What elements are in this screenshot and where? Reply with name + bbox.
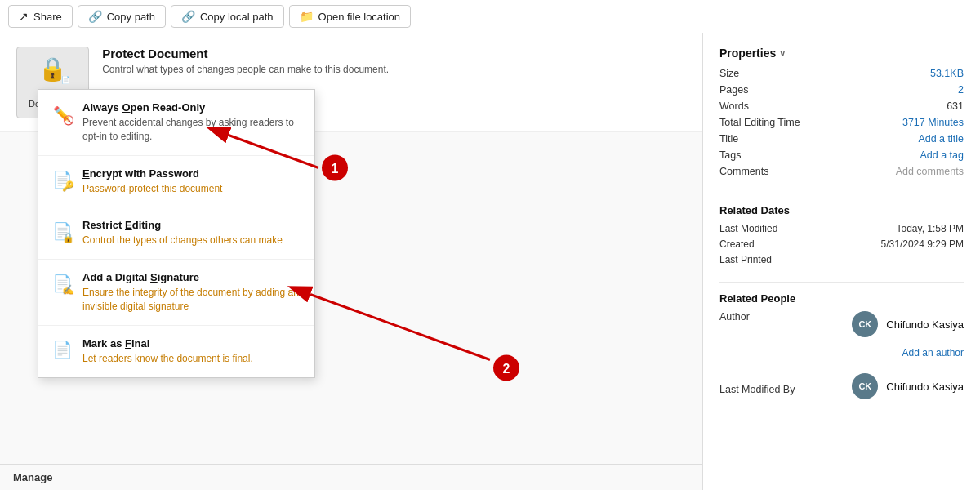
protect-document-info: Protect Document Control what types of c… (102, 47, 389, 75)
divider-dates (719, 194, 964, 194)
share-icon: ↗ (19, 10, 29, 23)
menu-item-encrypt-with-password[interactable]: 📄 🔑 Encrypt with Password Password-prote… (38, 156, 314, 208)
add-author-link[interactable]: Add an author (902, 347, 964, 359)
svg-point-6 (493, 355, 519, 381)
toolbar: ↗ Share 🔗 Copy path 🔗 Copy local path 📁 … (0, 0, 980, 33)
props-row-title: Title Add a title (719, 133, 964, 145)
divider-people (719, 282, 964, 283)
open-file-location-button[interactable]: 📁 Open file location (289, 5, 411, 28)
author-person-row: CK Chifundo Kasiya (852, 311, 964, 337)
props-row-pages: Pages 2 (719, 84, 964, 96)
author-avatar: CK (852, 311, 878, 337)
always-open-read-only-icon: ✏️ 🚫 (51, 103, 73, 124)
copy-path-button[interactable]: 🔗 Copy path (78, 5, 166, 28)
props-row-size: Size 53.1KB (719, 68, 964, 79)
protect-document-icon: 🔒 📄 (38, 56, 67, 82)
share-button[interactable]: ↗ Share (8, 5, 73, 28)
properties-title: Properties ∨ (719, 47, 964, 60)
left-panel: 🔒 📄 ProtectDocument ▾ Protect Document C… (0, 33, 702, 490)
restrict-editing-text: Restrict Editing Control the types of ch… (82, 219, 283, 247)
props-row-words: Words 631 (719, 100, 964, 112)
mark-as-final-text: Mark as Final Let readers know the docum… (82, 337, 253, 366)
digital-signature-icon: 📄 ✍️ (51, 273, 73, 294)
date-row-last-modified: Last Modified Today, 1:58 PM (719, 223, 964, 234)
svg-point-3 (322, 155, 348, 181)
props-row-editing-time: Total Editing Time 3717 Minutes (719, 117, 964, 128)
properties-caret[interactable]: ∨ (779, 48, 786, 59)
props-row-tags: Tags Add a tag (719, 149, 964, 161)
properties-section: Properties ∨ Size 53.1KB Pages 2 Words 6… (719, 47, 964, 177)
encrypt-password-text: Encrypt with Password Password-protect t… (82, 167, 222, 196)
date-row-created: Created 5/31/2024 9:29 PM (719, 238, 964, 250)
props-row-comments: Comments Add comments (719, 166, 964, 177)
related-people-section: Related People Author CK Chifundo Kasiya… (719, 292, 964, 406)
date-row-last-printed: Last Printed (719, 254, 964, 265)
digital-signature-text: Add a Digital Signature Ensure the integ… (82, 271, 301, 314)
last-modified-avatar: CK (852, 373, 878, 399)
menu-item-mark-as-final[interactable]: 📄 Mark as Final Let readers know the doc… (38, 326, 314, 377)
always-open-read-only-text: Always Open Read-Only Prevent accidental… (82, 101, 301, 144)
protect-document-dropdown: ✏️ 🚫 Always Open Read-Only Prevent accid… (38, 89, 315, 378)
manage-bar: Manage (0, 464, 702, 490)
right-panel: Properties ∨ Size 53.1KB Pages 2 Words 6… (702, 33, 980, 490)
author-label: Author (719, 311, 750, 323)
svg-text:1: 1 (332, 162, 339, 176)
restrict-editing-icon: 📄 🔒 (51, 220, 73, 242)
last-modified-by-label: Last Modified By (719, 384, 795, 395)
menu-item-restrict-editing[interactable]: 📄 🔒 Restrict Editing Control the types o… (38, 207, 314, 260)
copy-local-path-button[interactable]: 🔗 Copy local path (171, 5, 284, 28)
last-modified-person-row: CK Chifundo Kasiya (852, 373, 964, 399)
open-file-icon: 📁 (300, 10, 314, 23)
menu-item-always-open-read-only[interactable]: ✏️ 🚫 Always Open Read-Only Prevent accid… (38, 90, 314, 156)
encrypt-password-icon: 📄 🔑 (51, 169, 73, 190)
menu-item-add-digital-signature[interactable]: 📄 ✍️ Add a Digital Signature Ensure the … (38, 260, 314, 326)
copy-path-icon: 🔗 (88, 10, 102, 23)
main-area: 🔒 📄 ProtectDocument ▾ Protect Document C… (0, 33, 980, 490)
mark-as-final-icon: 📄 (51, 339, 73, 360)
svg-line-5 (310, 295, 490, 360)
related-dates-section: Related Dates Last Modified Today, 1:58 … (719, 204, 964, 265)
svg-text:2: 2 (503, 362, 510, 376)
copy-local-path-icon: 🔗 (181, 10, 195, 23)
